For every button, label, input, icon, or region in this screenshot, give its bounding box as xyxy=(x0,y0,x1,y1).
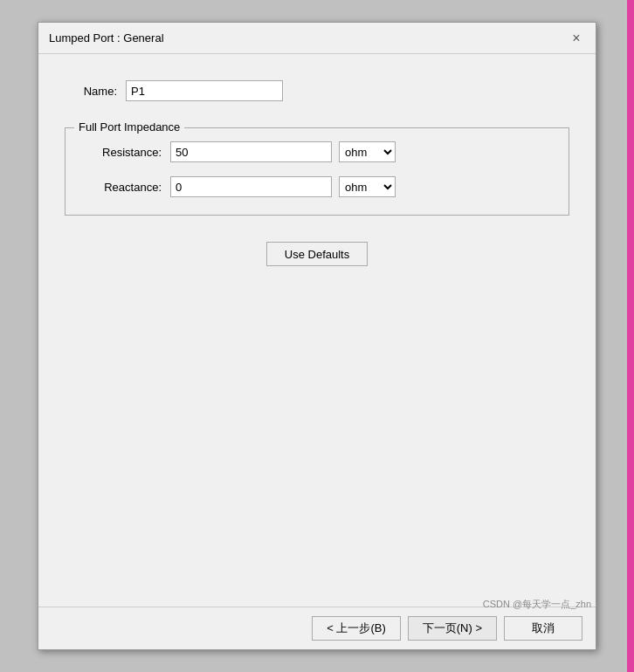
close-button[interactable]: × xyxy=(568,30,585,47)
reactance-input[interactable] xyxy=(170,176,332,197)
title-bar: Lumped Port : General × xyxy=(38,23,596,54)
spacer xyxy=(65,266,569,589)
prev-button[interactable]: < 上一步(B) xyxy=(312,616,401,641)
use-defaults-button[interactable]: Use Defaults xyxy=(266,242,368,266)
dialog-content: Name: Full Port Impedance Resistance: oh… xyxy=(38,54,596,607)
dialog-title: Lumped Port : General xyxy=(49,31,164,45)
resistance-unit-select[interactable]: ohm kohm Mohm xyxy=(339,141,396,162)
accent-strip xyxy=(627,0,634,672)
full-port-impedance-group: Full Port Impedance Resistance: ohm kohm… xyxy=(65,127,569,216)
name-input[interactable] xyxy=(126,80,283,101)
next-button[interactable]: 下一页(N) > xyxy=(408,616,497,641)
group-legend: Full Port Impedance xyxy=(74,120,184,134)
dialog-footer: < 上一步(B) 下一页(N) > 取消 xyxy=(38,607,596,649)
watermark: CSDN @每天学一点_zhn xyxy=(479,596,596,613)
resistance-row: Resistance: ohm kohm Mohm xyxy=(83,141,551,162)
reactance-row: Reactance: ohm kohm Mohm xyxy=(83,176,551,197)
reactance-label: Reactance: xyxy=(83,181,162,194)
name-label: Name: xyxy=(65,85,117,98)
name-row: Name: xyxy=(65,80,569,101)
dialog-window: Lumped Port : General × Name: Full Port … xyxy=(38,22,596,650)
cancel-button[interactable]: 取消 xyxy=(504,616,582,641)
reactance-unit-select[interactable]: ohm kohm Mohm xyxy=(339,176,396,197)
resistance-label: Resistance: xyxy=(83,146,162,159)
resistance-input[interactable] xyxy=(170,141,332,162)
